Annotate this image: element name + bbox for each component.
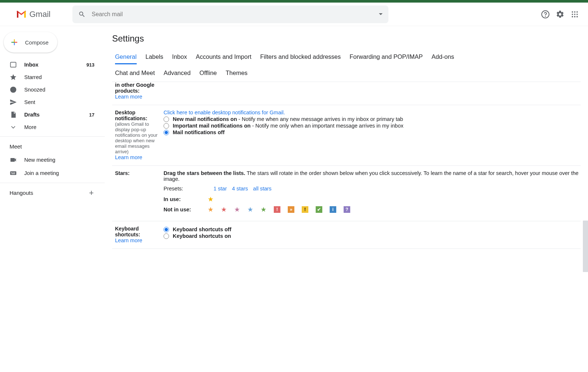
partial-setting-line: products: [115, 88, 140, 94]
sidebar-item-drafts[interactable]: Drafts17 [0, 108, 100, 121]
stars-desc-bold: Drag the stars between the lists. [164, 170, 245, 176]
meet-header: Meet [0, 140, 105, 153]
svg-point-6 [574, 14, 576, 15]
gmail-logo[interactable]: Gmail [16, 10, 50, 19]
svg-rect-14 [12, 172, 14, 173]
svg-point-3 [574, 11, 576, 12]
green-star-icon[interactable]: ★ [261, 205, 266, 214]
partial-setting-line: in other Google [115, 82, 154, 88]
yellow-bang-icon[interactable]: ! [302, 206, 308, 213]
nav-icon [10, 86, 18, 93]
tab-add-ons[interactable]: Add-ons [431, 50, 454, 64]
sidebar-item-starred[interactable]: Starred [0, 71, 100, 83]
search-icon [78, 11, 86, 18]
preset-all-stars[interactable]: all stars [253, 186, 272, 192]
not-in-use-label: Not in use: [164, 207, 200, 212]
blue-info-icon[interactable]: i [330, 206, 336, 213]
sidebar-item-snoozed[interactable]: Snoozed [0, 83, 100, 96]
logo-text: Gmail [29, 10, 50, 19]
blue-star-icon[interactable]: ★ [247, 205, 253, 214]
radio-label: Mail notifications off [173, 129, 225, 135]
svg-point-8 [572, 16, 573, 17]
svg-point-10 [577, 16, 578, 17]
nav-icon [10, 111, 18, 118]
preset-4-stars[interactable]: 4 stars [232, 186, 248, 192]
radio-shortcuts-on[interactable] [164, 233, 169, 239]
main-menu-icon[interactable] [6, 10, 15, 19]
svg-rect-12 [10, 171, 17, 175]
nav-icon [10, 99, 18, 106]
radio-mail-off[interactable] [164, 130, 169, 135]
learn-more-link[interactable]: Learn more [115, 237, 142, 243]
tab-inbox[interactable]: Inbox [172, 50, 187, 64]
page-title: Settings [112, 33, 581, 44]
enable-desktop-notifications-link[interactable]: Click here to enable desktop notificatio… [164, 110, 285, 115]
tab-forwarding-and-pop-imap[interactable]: Forwarding and POP/IMAP [349, 50, 423, 64]
tab-filters-and-blocked-addresses[interactable]: Filters and blocked addresses [260, 50, 341, 64]
nav-icon [10, 61, 18, 68]
red-star-icon[interactable]: ★ [221, 205, 227, 214]
hangouts-header: Hangouts [0, 186, 43, 200]
svg-rect-13 [11, 172, 12, 173]
search-input[interactable] [86, 11, 379, 18]
search-box[interactable] [72, 6, 388, 23]
compose-button[interactable]: Compose [4, 32, 57, 53]
scrollbar-thumb[interactable] [583, 221, 588, 249]
learn-more-link[interactable]: Learn more [115, 154, 142, 160]
svg-point-2 [572, 11, 573, 12]
tab-advanced[interactable]: Advanced [164, 67, 190, 79]
radio-label: Keyboard shortcuts on [173, 233, 231, 239]
svg-rect-15 [14, 172, 15, 173]
purple-star-icon[interactable]: ★ [234, 205, 240, 214]
compose-label: Compose [25, 39, 49, 46]
meet-icon [10, 156, 18, 164]
search-options-caret-icon[interactable] [379, 13, 383, 15]
radio-label: Important mail notifications on [173, 123, 251, 129]
svg-rect-16 [11, 174, 15, 174]
green-check-icon[interactable]: ✔ [316, 206, 322, 213]
meet-icon [10, 169, 18, 177]
svg-rect-11 [11, 62, 16, 67]
tab-themes[interactable]: Themes [226, 67, 248, 79]
radio-important-mail-on[interactable] [164, 123, 169, 129]
svg-point-9 [574, 16, 576, 17]
apps-grid-icon[interactable] [570, 10, 579, 19]
desktop-notifications-label: Desktop notifications: [115, 110, 147, 121]
presets-label: Presets: [164, 186, 200, 192]
support-icon[interactable] [541, 10, 550, 19]
sidebar-item-more[interactable]: More [0, 121, 100, 133]
radio-desc: - Notify me only when an important messa… [251, 123, 404, 129]
svg-point-4 [577, 11, 578, 12]
radio-new-mail-on[interactable] [164, 117, 169, 122]
meet-item-join-a-meeting[interactable]: Join a meeting [0, 167, 105, 180]
radio-label: New mail notifications on [173, 116, 237, 122]
preset-1-star[interactable]: 1 star [214, 186, 227, 192]
desktop-notifications-sublabel: (allows Gmail to display pop-up notifica… [115, 121, 163, 154]
svg-point-5 [572, 14, 573, 15]
keyboard-shortcuts-label: Keyboard shortcuts: [115, 226, 140, 237]
yellow-star-icon[interactable]: ★ [208, 195, 214, 203]
tab-chat-and-meet[interactable]: Chat and Meet [115, 67, 155, 79]
learn-more-link[interactable]: Learn more [115, 94, 142, 100]
svg-point-1 [545, 16, 546, 16]
orange-star-icon[interactable]: ★ [208, 205, 214, 214]
nav-icon [10, 124, 18, 131]
nav-icon [10, 74, 18, 81]
stars-label: Stars: [115, 170, 130, 176]
tab-general[interactable]: General [115, 50, 137, 64]
in-use-label: In use: [164, 196, 200, 202]
radio-label: Keyboard shortcuts off [173, 226, 232, 232]
tab-labels[interactable]: Labels [146, 50, 164, 64]
tab-offline[interactable]: Offline [200, 67, 217, 79]
meet-item-new-meeting[interactable]: New meeting [0, 153, 105, 167]
orange-guillemet-icon[interactable]: » [288, 206, 294, 213]
sidebar-item-sent[interactable]: Sent [0, 96, 100, 108]
radio-shortcuts-off[interactable] [164, 227, 169, 232]
purple-question-icon[interactable]: ? [344, 206, 350, 213]
radio-desc: - Notify me when any new message arrives… [237, 116, 403, 122]
red-bang-icon[interactable]: ! [274, 206, 280, 213]
hangouts-add-icon[interactable]: + [89, 188, 105, 198]
settings-gear-icon[interactable] [556, 10, 564, 19]
sidebar-item-inbox[interactable]: Inbox913 [0, 58, 100, 71]
tab-accounts-and-import[interactable]: Accounts and Import [196, 50, 251, 64]
